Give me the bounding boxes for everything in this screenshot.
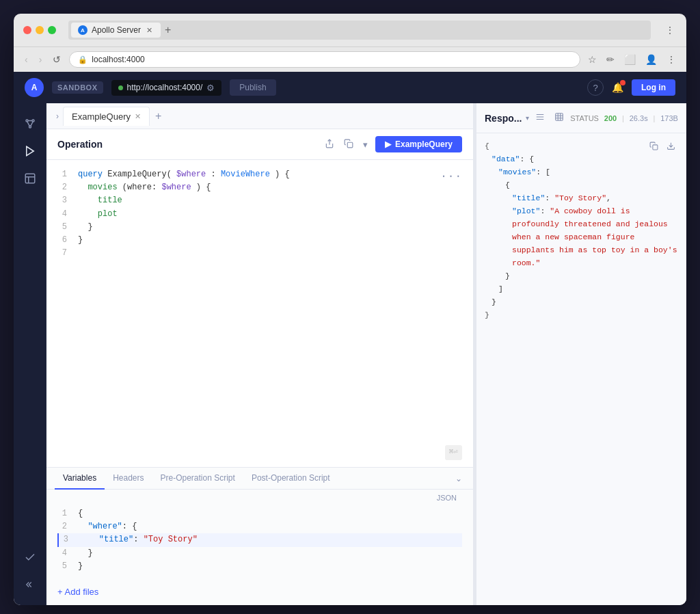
var-line-2: 2 "where": { <box>57 520 462 533</box>
response-content: { "data": { "movies": [ { "title": "Toy … <box>476 133 686 605</box>
browser-toolbar: ‹ › ↺ 🔒 localhost:4000 ☆ ✏ ⬜ 👤 ⋮ <box>14 46 686 72</box>
profile-button[interactable]: 👤 <box>643 52 659 67</box>
tab-pre-operation[interactable]: Pre-Operation Script <box>152 468 243 490</box>
back-button[interactable]: ‹ <box>22 53 31 66</box>
tabs-bar: › ExampleQuery ✕ + <box>46 103 473 129</box>
tab-label: ExampleQuery <box>72 111 131 122</box>
collapse-panel-button[interactable]: › <box>52 109 63 124</box>
run-label: ExampleQuery <box>395 139 453 149</box>
response-size: 173B <box>660 114 678 122</box>
endpoint-area[interactable]: http://localhost:4000/ ⚙ <box>111 80 222 96</box>
bookmark-star-button[interactable]: ☆ <box>586 52 599 67</box>
sandbox-badge: SANDBOX <box>52 81 103 94</box>
menu-button[interactable]: ⋮ <box>664 52 678 67</box>
traffic-lights <box>23 26 56 34</box>
sidebar <box>14 103 46 605</box>
reload-button[interactable]: ↺ <box>50 53 64 66</box>
sidebar-item-docs[interactable] <box>18 166 42 191</box>
tab-title: Apollo Server <box>92 25 141 35</box>
apollo-logo: A <box>25 78 44 97</box>
browser-titlebar: A Apollo Server ✕ + ⋮ <box>14 14 686 46</box>
var-line-1: 1 { <box>57 507 462 520</box>
more-options-button[interactable]: ⋮ <box>663 23 677 38</box>
browser-toolbar-icons: ⋮ <box>663 23 677 38</box>
endpoint-url: http://localhost:4000/ <box>127 83 203 92</box>
run-query-button[interactable]: ▶ ExampleQuery <box>375 136 462 152</box>
response-header: Respo... ▾ <box>476 103 686 133</box>
settings-icon[interactable]: ⚙ <box>206 83 215 93</box>
edit-button[interactable]: ✏ <box>604 52 617 67</box>
download-response-button[interactable] <box>664 140 678 154</box>
variables-tabs-bar: Variables Headers Pre-Operation Script P… <box>46 468 473 490</box>
response-view-icons <box>532 110 567 126</box>
nav-toolbar-icons: ☆ ✏ ⬜ 👤 ⋮ <box>586 52 678 67</box>
svg-rect-20 <box>653 145 658 150</box>
app-header: A SANDBOX http://localhost:4000/ ⚙ Publi… <box>14 72 686 103</box>
svg-marker-6 <box>26 146 33 156</box>
forward-button[interactable]: › <box>36 53 45 66</box>
response-dropdown-icon[interactable]: ▾ <box>526 114 529 122</box>
maximize-window-button[interactable] <box>48 26 56 34</box>
share-button[interactable] <box>323 137 336 152</box>
code-line-5: 5 } <box>57 221 462 234</box>
browser-tab-active[interactable]: A Apollo Server ✕ <box>71 23 161 38</box>
extensions-button[interactable]: ⬜ <box>622 52 638 67</box>
sidebar-item-check[interactable] <box>18 545 42 570</box>
publish-button[interactable]: Publish <box>230 79 275 96</box>
tab-headers[interactable]: Headers <box>105 468 152 490</box>
more-options-icon[interactable]: ··· <box>440 168 462 186</box>
tab-close-icon[interactable]: ✕ <box>135 112 141 121</box>
table-view-button[interactable] <box>551 110 567 126</box>
copy-response-button[interactable] <box>647 140 661 154</box>
close-window-button[interactable] <box>23 26 31 34</box>
status-label: STATUS <box>570 114 599 122</box>
tab-example-query[interactable]: ExampleQuery ✕ <box>63 107 150 126</box>
code-line-6: 6 } <box>57 234 462 247</box>
copy-button[interactable] <box>342 137 355 152</box>
status-code-badge: 200 <box>604 114 617 122</box>
sidebar-item-operation[interactable] <box>18 139 42 163</box>
tab-close-button[interactable]: ✕ <box>145 26 154 35</box>
tab-favicon: A <box>78 25 88 35</box>
notifications-button[interactable]: 🔔 <box>612 82 623 93</box>
svg-rect-11 <box>347 142 353 148</box>
list-view-button[interactable] <box>532 110 548 126</box>
response-panel: Respo... ▾ <box>476 103 686 605</box>
var-line-5: 5 } <box>57 560 462 573</box>
main-layout: › ExampleQuery ✕ + Operation <box>14 103 686 605</box>
login-button[interactable]: Log in <box>632 79 675 96</box>
sidebar-bottom <box>18 545 42 597</box>
sidebar-item-collapse[interactable] <box>18 572 42 597</box>
collapse-variables-button[interactable]: ⌄ <box>453 471 465 486</box>
tab-post-operation[interactable]: Post-Operation Script <box>243 468 338 490</box>
help-button[interactable]: ? <box>587 79 604 96</box>
svg-rect-7 <box>25 174 35 183</box>
json-format-label: JSON <box>429 491 465 502</box>
security-icon: 🔒 <box>78 55 88 64</box>
operation-title: Operation <box>57 139 103 150</box>
run-icon: ▶ <box>385 139 391 149</box>
svg-rect-15 <box>556 114 563 121</box>
add-tab-button[interactable]: + <box>152 110 164 122</box>
svg-line-5 <box>30 122 32 126</box>
prettify-button[interactable]: ▾ <box>361 137 370 152</box>
address-bar[interactable]: 🔒 localhost:4000 <box>69 51 580 68</box>
add-files-button[interactable]: + Add files <box>46 578 473 605</box>
code-line-2: 2 movies (where: $where ) { <box>57 181 462 194</box>
variables-panel: Variables Headers Pre-Operation Script P… <box>46 467 473 605</box>
var-line-3: 3 "title": "Toy Story" <box>57 533 462 546</box>
code-editor[interactable]: ··· 1 query ExampleQuery( $where : Movie… <box>46 160 473 467</box>
response-title-area: Respo... ▾ <box>485 113 529 124</box>
var-line-4: 4 } <box>57 547 462 560</box>
new-tab-button[interactable]: + <box>161 24 175 36</box>
tab-variables[interactable]: Variables <box>55 468 105 490</box>
svg-line-4 <box>27 122 29 126</box>
svg-point-0 <box>26 120 28 122</box>
logo-letter: A <box>31 83 38 92</box>
notification-badge <box>620 80 625 85</box>
minimize-window-button[interactable] <box>36 26 44 34</box>
svg-point-1 <box>32 120 34 122</box>
variables-editor[interactable]: 1 { 2 "where": { 3 <box>46 502 473 578</box>
sidebar-item-graph[interactable] <box>18 111 42 136</box>
response-title: Respo... <box>485 113 522 124</box>
